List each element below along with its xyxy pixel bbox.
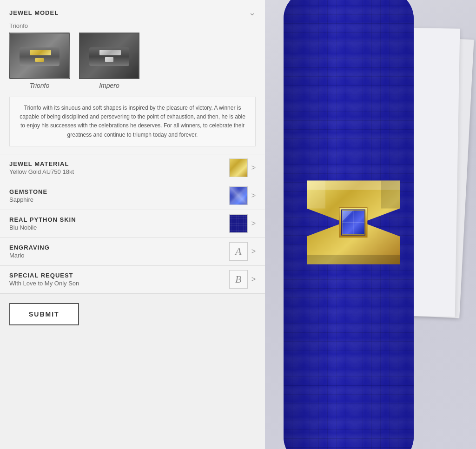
- gemstone-arrow[interactable]: >: [251, 191, 256, 200]
- model-thumb-impero[interactable]: [79, 33, 139, 79]
- jewel-material-arrow[interactable]: >: [251, 164, 256, 172]
- gemstone-left: GEMSTONE Sapphire: [9, 188, 229, 203]
- model-impero[interactable]: Impero: [79, 33, 139, 89]
- jewel-model-chevron[interactable]: ⌄: [249, 7, 256, 18]
- model-trionfo[interactable]: Trionfo: [9, 33, 70, 89]
- special-request-value: With Love to My Only Son: [9, 280, 229, 287]
- jewel-material-left: JEWEL MATERIAL Yellow Gold AU750 18kt: [9, 160, 229, 175]
- python-skin-right: >: [229, 214, 256, 233]
- special-request-right: B >: [229, 270, 256, 289]
- submit-area: SUBMIT: [0, 294, 265, 335]
- jewel-model-title: JEWEL MODEL: [9, 9, 59, 16]
- engraving-arrow[interactable]: >: [251, 247, 256, 256]
- engraving-title: ENGRAVING: [9, 244, 229, 251]
- gold-clasp: [302, 172, 404, 274]
- engraving-right: A >: [229, 242, 256, 261]
- model-description: Trionfo with its sinuous and soft shapes…: [9, 97, 256, 146]
- model-description-text: Trionfo with its sinuous and soft shapes…: [20, 105, 245, 138]
- special-request-title: SPECIAL REQUEST: [9, 272, 229, 279]
- right-panel: [265, 0, 476, 449]
- python-skin-value: Blu Nobile: [9, 224, 229, 231]
- jewel-material-title: JEWEL MATERIAL: [9, 160, 229, 167]
- model-trionfo-name: Trionfo: [30, 82, 50, 89]
- left-panel: JEWEL MODEL ⌄ Trionfo Trionfo Impe: [0, 0, 265, 449]
- special-request-icon-letter: B: [235, 273, 241, 285]
- engraving-value: Mario: [9, 252, 229, 259]
- jewel-model-section: JEWEL MODEL ⌄ Trionfo Trionfo Impe: [0, 0, 265, 154]
- special-request-row[interactable]: SPECIAL REQUEST With Love to My Only Son…: [0, 266, 265, 294]
- special-request-left: SPECIAL REQUEST With Love to My Only Son: [9, 272, 229, 287]
- special-request-arrow[interactable]: >: [251, 275, 256, 284]
- blue-nobile-swatch: [229, 214, 248, 233]
- python-skin-left: REAL PYTHON SKIN Blu Nobile: [9, 216, 229, 231]
- jewel-model-header[interactable]: JEWEL MODEL ⌄: [0, 0, 265, 21]
- submit-button[interactable]: SUBMIT: [9, 303, 79, 325]
- sapphire-swatch: [229, 186, 248, 205]
- model-impero-name: Impero: [99, 82, 119, 89]
- jewel-material-right: >: [229, 158, 256, 177]
- engraving-icon: A: [229, 242, 248, 261]
- gemstone-value: Sapphire: [9, 196, 229, 203]
- special-request-icon: B: [229, 270, 248, 289]
- jewel-model-value: Trionfo: [9, 22, 28, 29]
- gemstone-title: GEMSTONE: [9, 188, 229, 195]
- svg-marker-2: [307, 255, 400, 264]
- models-row: Trionfo Impero: [0, 33, 265, 97]
- python-skin-row[interactable]: REAL PYTHON SKIN Blu Nobile >: [0, 210, 265, 238]
- engraving-icon-letter: A: [235, 245, 241, 258]
- jewel-material-row[interactable]: JEWEL MATERIAL Yellow Gold AU750 18kt >: [0, 154, 265, 182]
- model-thumb-trionfo[interactable]: [9, 33, 70, 79]
- engraving-left: ENGRAVING Mario: [9, 244, 229, 259]
- jewel-material-value: Yellow Gold AU750 18kt: [9, 168, 229, 175]
- svg-marker-4: [381, 181, 400, 209]
- engraving-row[interactable]: ENGRAVING Mario A >: [0, 238, 265, 266]
- svg-marker-3: [307, 181, 325, 209]
- python-skin-title: REAL PYTHON SKIN: [9, 216, 229, 223]
- gemstone-row[interactable]: GEMSTONE Sapphire >: [0, 182, 265, 210]
- right-panel-bg: [265, 0, 476, 449]
- python-skin-arrow[interactable]: >: [251, 219, 256, 228]
- gold-swatch: [229, 158, 248, 177]
- gemstone-right: >: [229, 186, 256, 205]
